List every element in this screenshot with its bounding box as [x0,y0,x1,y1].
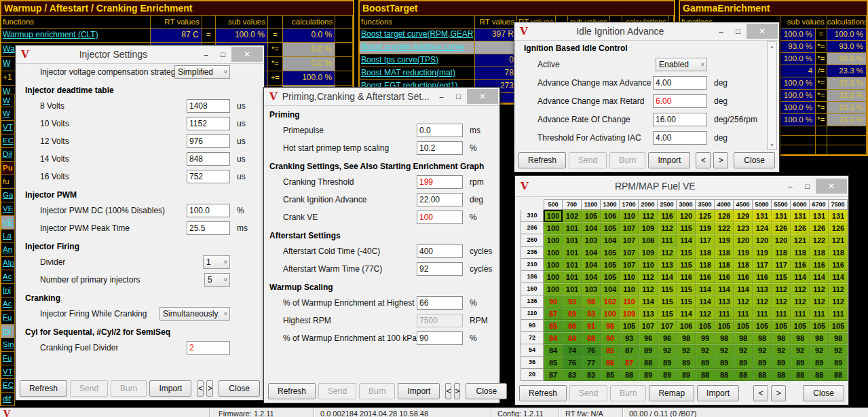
ve-cell[interactable]: 98 [601,320,620,332]
ve-cell[interactable]: 98 [772,332,791,344]
ve-cell[interactable]: 104 [601,283,620,295]
maximize-icon[interactable]: □ [799,179,816,194]
ve-cell[interactable]: 112 [753,295,772,308]
ve-cell[interactable]: 109 [639,247,658,259]
ve-cell[interactable]: 105 [734,320,753,332]
ve-cell[interactable]: 89 [696,357,715,369]
ve-cell[interactable]: 111 [753,308,772,320]
ve-cell[interactable]: 88 [696,369,715,381]
prev-button[interactable]: < [753,385,768,401]
remap-button[interactable]: Remap [649,385,694,401]
ve-cell[interactable]: 96 [639,332,658,344]
ve-cell[interactable]: 88 [582,332,601,344]
ve-rpm-header[interactable]: 1700 [620,199,639,210]
ve-cell[interactable]: 105 [791,320,810,332]
prev-button[interactable]: < [197,380,204,397]
ve-rpm-header[interactable]: 6700 [810,199,829,210]
burn-button[interactable]: Burn [610,385,646,401]
input-8-volts[interactable] [187,99,230,113]
ve-cell[interactable]: 118 [715,247,734,259]
ve-cell[interactable]: 131 [753,210,772,222]
ve-cell[interactable]: 89 [734,357,753,369]
ve-cell[interactable]: 85 [601,344,620,357]
ve-cell[interactable]: 116 [753,271,772,283]
ve-cell[interactable]: 76 [563,357,582,369]
ve-cell[interactable]: 104 [582,271,601,283]
ve-cell[interactable]: 109 [639,222,658,234]
ve-cell[interactable]: 84 [544,332,563,344]
input-threshold-for-activating-iac[interactable] [653,131,707,145]
ve-cell[interactable]: 118 [772,247,791,259]
ve-cell[interactable]: 114 [639,295,658,308]
burn-button[interactable]: Burn [359,383,395,399]
ve-cell[interactable]: 100 [544,283,563,295]
ve-cell[interactable]: 98 [582,295,601,308]
ve-cell[interactable]: 118 [696,247,715,259]
input-primepulse[interactable] [417,124,463,137]
ve-cell[interactable]: 85 [544,320,563,332]
ve-cell[interactable]: 112 [639,283,658,295]
titlebar[interactable]: V RPM/MAP Fuel VE – □ ✕ [515,176,848,197]
ve-map-header[interactable]: 236 [521,247,544,259]
input-afterstart-cold-time-40c[interactable] [417,244,463,258]
ve-cell[interactable]: 120 [677,210,696,222]
ve-rpm-header[interactable]: 500 [544,199,563,210]
ve-cell[interactable]: 87 [620,357,639,369]
close-icon[interactable]: ✕ [747,24,778,39]
ve-cell[interactable]: 118 [734,259,753,271]
function-link[interactable]: Boost anytrim Additive curve [360,41,475,54]
ve-map-header[interactable]: 160 [521,283,544,295]
ve-cell[interactable]: 121 [791,234,810,247]
titlebar[interactable]: V Idle Ignition Advance – □ ✕ [514,22,779,41]
ve-cell[interactable]: 118 [715,259,734,271]
ve-cell[interactable]: 122 [715,222,734,234]
ve-cell[interactable]: 112 [639,210,658,222]
ve-rpm-header[interactable]: 4000 [715,199,734,210]
import-button[interactable]: Import [398,383,440,399]
ve-cell[interactable]: 105 [601,222,620,234]
maximize-icon[interactable]: □ [450,89,467,104]
ve-cell[interactable]: 90 [544,295,563,308]
ve-cell[interactable]: 112 [772,283,791,295]
ve-cell[interactable]: 120 [753,234,772,247]
ve-cell[interactable]: 98 [810,332,829,344]
ve-rpm-header[interactable]: 700 [563,199,582,210]
ve-map-header[interactable]: 260 [521,234,544,247]
input-crank-ignition-advance[interactable] [417,193,463,206]
clipped-function-link[interactable]: VT [0,121,15,134]
ve-cell[interactable]: 131 [772,210,791,222]
import-button[interactable]: Import [697,385,739,401]
input-cranking-threshold[interactable] [417,175,463,189]
close-dialog-button[interactable]: Close [219,380,260,397]
ve-cell[interactable]: 115 [658,308,677,320]
input-14-volts[interactable] [187,152,230,166]
ve-cell[interactable]: 110 [620,283,639,295]
ve-rpm-header[interactable]: 1100 [582,199,601,210]
maximize-icon[interactable]: □ [730,24,747,39]
ve-cell[interactable]: 115 [677,295,696,308]
ve-cell[interactable]: 110 [620,295,639,308]
import-button[interactable]: Import [149,380,191,397]
ve-cell[interactable]: 105 [582,210,601,222]
ve-cell[interactable]: 111 [829,308,848,320]
clipped-function-link[interactable]: Sin [0,338,15,352]
import-button[interactable]: Import [648,152,690,168]
refresh-button[interactable]: Refresh [20,380,67,397]
clipped-function-link[interactable]: fu [0,175,15,189]
ve-cell[interactable]: 105 [715,320,734,332]
ve-cell[interactable]: 102 [563,210,582,222]
ve-cell[interactable]: 105 [696,320,715,332]
ve-rpm-header[interactable]: 2000 [639,199,658,210]
ve-cell[interactable]: 112 [810,295,829,308]
ve-cell[interactable]: 112 [829,283,848,295]
ve-cell[interactable]: 121 [829,234,848,247]
ve-cell[interactable]: 111 [791,308,810,320]
prev-button[interactable]: < [445,383,451,399]
ve-cell[interactable]: 88 [772,369,791,381]
ve-cell[interactable]: 114 [810,271,829,283]
clipped-function-link[interactable]: dif [0,393,15,406]
ve-map-header[interactable]: 310 [521,210,544,222]
titlebar[interactable]: V Injector Settings – □ ✕ [16,46,264,64]
ve-cell[interactable]: 114 [734,283,753,295]
ve-cell[interactable]: 98 [677,332,696,344]
